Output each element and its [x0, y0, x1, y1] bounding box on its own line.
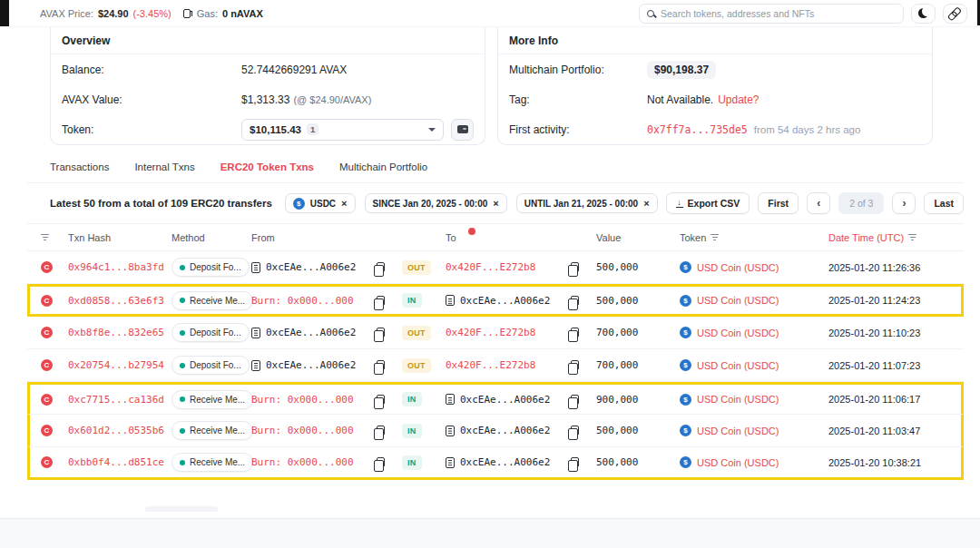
copy-icon[interactable] — [571, 426, 579, 435]
token-link[interactable]: USD Coin (USDC) — [697, 262, 779, 273]
from-burn-link[interactable]: Burn: 0x000...000 — [251, 394, 354, 406]
copy-icon[interactable] — [377, 296, 385, 306]
txn-hash-link[interactable]: 0xb8f8e...832e65 — [68, 327, 164, 338]
table-row[interactable]: C 0xc7715...ca136d Receive Me... Burn: 0… — [27, 382, 964, 415]
method-badge[interactable]: Deposit Fo... — [172, 323, 250, 342]
export-csv-button[interactable]: ↓ Export CSV — [666, 192, 750, 214]
method-badge[interactable]: Receive Me... — [172, 291, 253, 310]
txn-hash-link[interactable]: 0x601d2...0535b6 — [68, 425, 164, 436]
pagination-next-button[interactable]: › — [892, 192, 916, 214]
copy-icon[interactable] — [571, 395, 579, 405]
copy-icon[interactable] — [377, 328, 385, 338]
to-address-link[interactable]: 0xcEAe...A006e2 — [460, 394, 550, 406]
txn-status-icon: C — [41, 295, 53, 307]
col-date-time[interactable]: Date Time (UTC) — [821, 232, 964, 243]
method-badge[interactable]: Deposit Fo... — [172, 356, 250, 375]
table-row[interactable]: C 0x964c1...8ba3fd Deposit Fo... 0xcEAe.… — [27, 251, 964, 284]
search-bar[interactable] — [639, 4, 904, 24]
method-badge[interactable]: Receive Me... — [172, 421, 253, 440]
row-filter-icon[interactable] — [41, 234, 68, 241]
chip-close-icon[interactable]: × — [341, 199, 347, 209]
token-dropdown[interactable]: $10,115.43 1 — [241, 119, 444, 141]
from-address-link[interactable]: 0xcEAe...A006e2 — [266, 359, 356, 371]
method-badge[interactable]: Receive Me... — [172, 453, 253, 472]
from-burn-link[interactable]: Burn: 0x000...000 — [251, 456, 354, 468]
token-link[interactable]: USD Coin (USDC) — [697, 426, 779, 436]
copy-icon[interactable] — [377, 426, 385, 435]
copy-icon[interactable] — [377, 457, 385, 467]
date-time: 2025-01-20 11:06:17 — [821, 394, 961, 405]
table-row[interactable]: C 0xb8f8e...832e65 Deposit Fo... 0xcEAe.… — [27, 317, 964, 349]
from-address: 0xcEAe...A006e2 — [251, 261, 356, 273]
tab-erc20-token-txns[interactable]: ERC20 Token Txns — [220, 161, 314, 172]
txn-hash-link[interactable]: 0x20754...b27954 — [68, 359, 164, 371]
token-link[interactable]: USD Coin (USDC) — [697, 457, 779, 468]
txn-hash-link[interactable]: 0xbb0f4...d851ce — [68, 456, 164, 468]
token-filter-icon[interactable] — [710, 234, 719, 241]
copy-icon[interactable] — [571, 360, 579, 370]
chip-close-icon[interactable]: × — [493, 199, 498, 209]
date-sort-icon[interactable] — [908, 234, 916, 241]
first-activity-label: First activity: — [509, 123, 647, 136]
copy-icon[interactable] — [377, 262, 385, 272]
usdc-icon: $ — [680, 327, 691, 338]
txn-hash-link[interactable]: 0x964c1...8ba3fd — [68, 261, 164, 273]
to-address-link[interactable]: 0x420F...E272b8 — [446, 359, 535, 371]
token-holdings-button[interactable] — [451, 119, 474, 141]
search-input[interactable] — [661, 8, 896, 19]
from-burn-link[interactable]: Burn: 0x000...000 — [251, 425, 354, 436]
tab-multichain-portfolio[interactable]: Multichain Portfolio — [339, 161, 427, 172]
txn-hash-link[interactable]: 0xd0858...63e6f3 — [68, 295, 164, 307]
to-address-link[interactable]: 0xcEAe...A006e2 — [460, 425, 550, 436]
tab-transactions[interactable]: Transactions — [50, 161, 109, 172]
pagination-first-button[interactable]: First — [758, 192, 799, 214]
filter-chip[interactable]: UNTIL Jan 21, 2025 - 00:00× — [516, 193, 658, 213]
method-badge[interactable]: Deposit Fo... — [172, 258, 250, 277]
portfolio-label: Multichain Portfolio: — [509, 64, 647, 76]
avax-value: $1,313.33 — [241, 93, 289, 106]
contract-icon — [251, 328, 260, 338]
copy-icon[interactable] — [571, 296, 579, 306]
from-address-link[interactable]: 0xcEAe...A006e2 — [266, 327, 356, 338]
direction-badge: IN — [402, 424, 422, 438]
token-row: Token: $10,115.43 1 — [51, 114, 485, 144]
tag-update-link[interactable]: Update? — [718, 93, 759, 106]
method-status-dot — [180, 460, 185, 465]
token-link[interactable]: USD Coin (USDC) — [697, 328, 779, 338]
table-row[interactable]: C 0xbb0f4...d851ce Receive Me... Burn: 0… — [27, 447, 964, 480]
copy-icon[interactable] — [571, 457, 579, 467]
to-address-link[interactable]: 0xcEAe...A006e2 — [460, 295, 550, 307]
txn-status-icon: C — [41, 261, 53, 273]
chip-close-icon[interactable]: × — [643, 199, 649, 209]
txn-hash-link[interactable]: 0xc7715...ca136d — [68, 394, 164, 406]
to-address-link[interactable]: 0x420F...E272b8 — [446, 327, 535, 338]
pagination-last-button[interactable]: Last — [924, 192, 964, 214]
first-activity-hash-link[interactable]: 0x7ff7a...735de5 — [647, 123, 748, 136]
pagination-prev-button[interactable]: ‹ — [807, 192, 830, 214]
copy-icon[interactable] — [377, 395, 385, 405]
token-link[interactable]: USD Coin (USDC) — [697, 360, 779, 371]
link-button[interactable] — [943, 4, 967, 24]
token-link[interactable]: USD Coin (USDC) — [697, 295, 779, 306]
table-row[interactable]: C 0x20754...b27954 Deposit Fo... 0xcEAe.… — [27, 349, 964, 382]
table-row[interactable]: C 0x601d2...0535b6 Receive Me... Burn: 0… — [27, 415, 964, 447]
portfolio-row: Multichain Portfolio: $90,198.37 — [498, 54, 932, 84]
copy-icon[interactable] — [571, 328, 579, 338]
filter-chip[interactable]: $USDC× — [285, 193, 356, 213]
table-row[interactable]: C 0xd0858...63e6f3 Receive Me... Burn: 0… — [27, 284, 964, 317]
from-address-link[interactable]: 0xcEAe...A006e2 — [266, 261, 356, 273]
to-address-link[interactable]: 0x420F...E272b8 — [446, 261, 535, 273]
to-address: 0xcEAe...A006e2 — [446, 295, 550, 307]
cursor-dot — [468, 228, 475, 235]
method-badge[interactable]: Receive Me... — [172, 390, 253, 409]
contract-icon — [251, 360, 260, 371]
portfolio-value-badge[interactable]: $90,198.37 — [647, 61, 716, 79]
tab-internal-txns[interactable]: Internal Txns — [134, 161, 194, 172]
to-address-link[interactable]: 0xcEAe...A006e2 — [460, 456, 550, 468]
token-link[interactable]: USD Coin (USDC) — [697, 394, 779, 405]
copy-icon[interactable] — [377, 360, 385, 370]
filter-chip[interactable]: SINCE Jan 20, 2025 - 00:00× — [365, 193, 507, 213]
theme-toggle-button[interactable] — [911, 4, 936, 24]
copy-icon[interactable] — [571, 262, 579, 272]
from-burn-link[interactable]: Burn: 0x000...000 — [251, 295, 354, 307]
